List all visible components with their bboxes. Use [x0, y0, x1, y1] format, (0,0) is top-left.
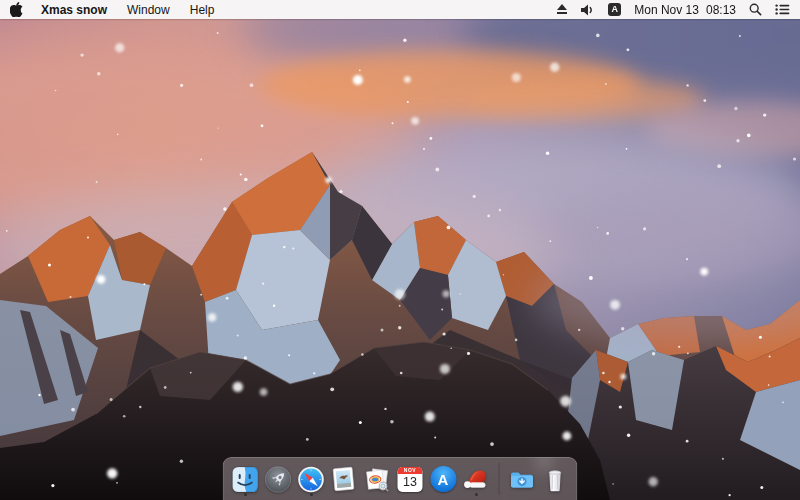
- spotlight-search-icon: [749, 3, 762, 16]
- dock-safari[interactable]: [298, 462, 325, 496]
- santa-hat-icon: [463, 466, 490, 493]
- downloads-folder-icon: [509, 466, 536, 493]
- notification-center-menu[interactable]: [775, 0, 790, 19]
- trash-icon: [542, 466, 569, 493]
- input-source-menu[interactable]: A: [608, 0, 621, 19]
- menu-bar: Xmas snow Window Help A Mon Nov 13 0: [0, 0, 800, 19]
- clock-time: 08:13: [706, 3, 736, 17]
- dock-downloads-folder[interactable]: [509, 462, 536, 496]
- dock-preview[interactable]: [364, 462, 391, 496]
- menu-bar-right: A Mon Nov 13 08:13: [556, 0, 800, 19]
- dock-separator: [499, 463, 500, 495]
- dock: NOV 13 A: [223, 457, 578, 500]
- desktop[interactable]: Xmas snow Window Help A Mon Nov 13 0: [0, 0, 800, 500]
- app-store-glyph: A: [438, 471, 449, 488]
- launchpad-icon: [265, 466, 292, 493]
- menu-item-app-name[interactable]: Xmas snow: [31, 0, 117, 19]
- mail-stamp-icon: [331, 466, 358, 493]
- calendar-icon: NOV 13: [398, 467, 423, 492]
- dock-mail[interactable]: [331, 462, 358, 496]
- dock-finder[interactable]: [232, 462, 259, 496]
- wallpaper-image: [0, 0, 800, 500]
- preview-icon: [364, 466, 391, 493]
- dock-trash[interactable]: [542, 462, 569, 496]
- running-indicator: [310, 493, 313, 496]
- apple-menu[interactable]: [10, 0, 31, 19]
- eject-icon: [556, 4, 568, 15]
- dock-xmas-snow[interactable]: [463, 462, 490, 496]
- eject-menu[interactable]: [556, 0, 568, 19]
- apple-logo-icon: [10, 2, 23, 17]
- clock-date: Mon Nov 13: [634, 3, 699, 17]
- dock-app-store[interactable]: A: [430, 462, 457, 496]
- input-source-icon: A: [608, 3, 621, 16]
- calendar-day: 13: [398, 474, 423, 491]
- menu-item-help[interactable]: Help: [180, 0, 225, 19]
- volume-icon: [581, 4, 595, 16]
- finder-icon: [232, 466, 259, 493]
- dock-launchpad[interactable]: [265, 462, 292, 496]
- volume-menu[interactable]: [581, 0, 595, 19]
- running-indicator: [244, 493, 247, 496]
- spotlight-menu[interactable]: [749, 0, 762, 19]
- menu-bar-clock[interactable]: Mon Nov 13 08:13: [634, 0, 736, 19]
- calendar-month: NOV: [398, 467, 423, 474]
- notification-center-icon: [775, 4, 790, 15]
- menu-item-window[interactable]: Window: [117, 0, 180, 19]
- safari-icon: [298, 466, 325, 493]
- running-indicator: [475, 493, 478, 496]
- dock-calendar[interactable]: NOV 13: [397, 462, 424, 496]
- app-store-icon: A: [430, 466, 456, 492]
- menu-bar-left: Xmas snow Window Help: [0, 0, 224, 19]
